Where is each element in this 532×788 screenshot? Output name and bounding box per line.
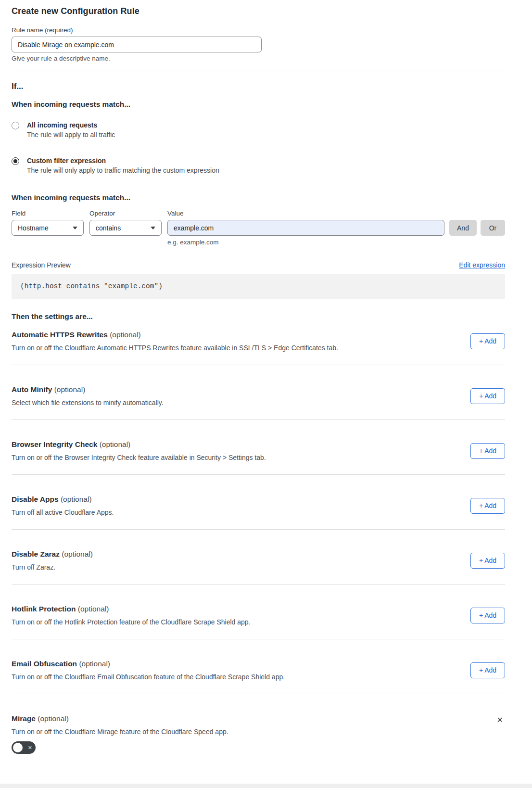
divider xyxy=(12,71,505,71)
radio-option-all-incoming-requests[interactable]: All incoming requests The rule will appl… xyxy=(12,121,505,139)
setting-title: Automatic HTTPS Rewrites (optional) xyxy=(12,330,338,339)
setting-description: Turn on or off the Cloudflare Automatic … xyxy=(12,344,338,352)
setting-automatic-https-rewrites: Automatic HTTPS Rewrites (optional) Turn… xyxy=(12,321,505,365)
add-button[interactable]: + Add xyxy=(470,333,505,349)
or-button[interactable]: Or xyxy=(481,220,505,236)
setting-title: Auto Minify (optional) xyxy=(12,385,164,394)
add-button[interactable]: + Add xyxy=(470,662,505,678)
toggle-knob xyxy=(13,743,23,752)
optional-label: (optional) xyxy=(110,330,141,339)
page-title: Create new Configuration Rule xyxy=(12,6,505,16)
add-button[interactable]: + Add xyxy=(470,498,505,514)
optional-label: (optional) xyxy=(79,660,110,668)
optional-label: (optional) xyxy=(100,440,131,448)
setting-auto-minify: Auto Minify (optional) Select which file… xyxy=(12,365,505,419)
setting-title: Email Obfuscation (optional) xyxy=(12,660,285,668)
setting-description: Select which file extensions to minify a… xyxy=(12,399,164,407)
add-button[interactable]: + Add xyxy=(470,608,505,623)
optional-label: (optional) xyxy=(78,605,109,613)
setting-description: Turn on or off the Cloudflare Email Obfu… xyxy=(12,673,285,681)
close-icon[interactable]: ✕ xyxy=(495,715,505,725)
setting-title: Disable Apps (optional) xyxy=(12,495,114,504)
toggle-off-icon: ✕ xyxy=(28,745,32,750)
setting-email-obfuscation: Email Obfuscation (optional) Turn on or … xyxy=(12,639,505,694)
optional-label: (optional) xyxy=(61,495,92,503)
radio-label: All incoming requests xyxy=(27,121,115,129)
chevron-down-icon xyxy=(73,227,77,229)
setting-description: Turn on or off the Cloudflare Mirage fea… xyxy=(12,728,228,736)
setting-mirage: Mirage (optional) Turn on or off the Clo… xyxy=(12,694,505,756)
rule-name-helper: Give your rule a descriptive name. xyxy=(12,55,505,62)
setting-description: Turn on or off the Hotlink Protection fe… xyxy=(12,618,251,626)
radio-description: The rule will apply to all traffic xyxy=(27,131,115,139)
edit-expression-link[interactable]: Edit expression xyxy=(459,261,505,269)
radio-button-selected[interactable] xyxy=(12,157,19,165)
setting-disable-zaraz: Disable Zaraz (optional) Turn off Zaraz.… xyxy=(12,530,505,584)
add-button[interactable]: + Add xyxy=(470,553,505,569)
if-heading: If... xyxy=(12,82,505,91)
radio-label: Custom filter expression xyxy=(27,157,219,165)
add-button[interactable]: + Add xyxy=(470,443,505,459)
setting-title: Mirage (optional) xyxy=(12,714,228,723)
expression-builder-heading: When incoming requests match... xyxy=(12,193,505,202)
rule-name-input[interactable] xyxy=(12,37,262,52)
expression-builder-row: Field Hostname Operator contains Value A… xyxy=(12,210,505,236)
optional-label: (optional) xyxy=(38,714,69,723)
operator-label: Operator xyxy=(89,210,162,217)
operator-select-value: contains xyxy=(96,224,121,232)
value-helper: e.g. example.com xyxy=(167,239,505,246)
setting-hotlink-protection: Hotlink Protection (optional) Turn on or… xyxy=(12,585,505,639)
setting-description: Turn on or off the Browser Integrity Che… xyxy=(12,454,266,461)
setting-description: Turn off Zaraz. xyxy=(12,563,93,571)
mirage-toggle[interactable]: ✕ xyxy=(12,741,36,754)
radio-option-custom-filter-expression[interactable]: Custom filter expression The rule will o… xyxy=(12,157,505,174)
field-select-value: Hostname xyxy=(18,224,49,232)
setting-disable-apps: Disable Apps (optional) Turn off all act… xyxy=(12,475,505,529)
incoming-requests-match-heading: When incoming requests match... xyxy=(12,100,505,109)
radio-button-unselected[interactable] xyxy=(12,122,19,129)
optional-label: (optional) xyxy=(54,385,86,394)
bottom-edge-strip xyxy=(0,784,532,788)
setting-title: Hotlink Protection (optional) xyxy=(12,605,251,613)
setting-title: Disable Zaraz (optional) xyxy=(12,550,93,559)
create-configuration-rule-form: Create new Configuration Rule Rule name … xyxy=(0,0,532,756)
operator-select[interactable]: contains xyxy=(89,220,162,236)
field-label: Field xyxy=(12,210,84,217)
value-label: Value xyxy=(167,210,444,217)
settings-heading: Then the settings are... xyxy=(12,312,505,321)
rule-name-label: Rule name (required) xyxy=(12,26,505,34)
add-button[interactable]: + Add xyxy=(470,388,505,404)
field-select[interactable]: Hostname xyxy=(12,220,84,236)
setting-title: Browser Integrity Check (optional) xyxy=(12,440,266,449)
expression-preview-label: Expression Preview xyxy=(12,261,71,269)
setting-description: Turn off all active Cloudflare Apps. xyxy=(12,508,114,516)
setting-browser-integrity-check: Browser Integrity Check (optional) Turn … xyxy=(12,420,505,474)
and-button[interactable]: And xyxy=(449,220,477,236)
expression-preview-code: (http.host contains "example.com") xyxy=(12,274,505,299)
value-input[interactable] xyxy=(167,220,444,236)
optional-label: (optional) xyxy=(62,550,93,558)
radio-description: The rule will only apply to traffic matc… xyxy=(27,166,219,174)
chevron-down-icon xyxy=(151,227,155,229)
